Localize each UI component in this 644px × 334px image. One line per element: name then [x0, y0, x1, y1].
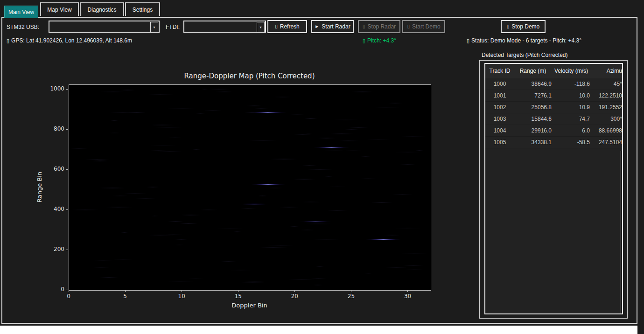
x-tick [69, 290, 69, 292]
noise-streak [204, 110, 222, 111]
noise-streak [304, 118, 317, 119]
noise-streak [255, 108, 268, 109]
noise-streak [267, 188, 283, 188]
noise-streak [270, 159, 297, 160]
target-row[interactable]: 100429916.06.088.66998 [485, 125, 622, 137]
noise-streak [109, 132, 120, 133]
detection-streak [314, 147, 350, 148]
noise-streak [182, 215, 200, 216]
x-tick-label: 20 [285, 293, 304, 299]
start-radar-button[interactable]: ► Start Radar [311, 20, 354, 33]
noise-streak [124, 193, 146, 194]
noise-streak [150, 150, 167, 151]
start-demo-button-label: Start Demo [412, 23, 441, 30]
stop-radar-button: ▯ Stop Radar [358, 20, 400, 33]
noise-streak [200, 209, 217, 210]
range-doppler-heatmap [69, 84, 431, 291]
noise-streak [392, 194, 413, 195]
y-tick [66, 290, 68, 290]
noise-streak [267, 245, 294, 246]
noise-streak [301, 230, 314, 230]
x-tick-label: 10 [172, 293, 191, 299]
target-cell: 1004 [486, 127, 513, 134]
radar-app-window: Main View Map View Diagnostics Settings … [0, 0, 644, 334]
noise-streak [360, 178, 376, 179]
refresh-button-label: Refresh [280, 23, 300, 30]
tab-map-view[interactable]: Map View [40, 2, 79, 16]
noise-streak [241, 208, 256, 209]
tab-settings-label: Settings [133, 7, 153, 13]
y-tick [66, 209, 68, 210]
noise-streak [249, 140, 277, 141]
detection-streak [249, 112, 287, 113]
targets-column-header: Track ID [486, 68, 513, 74]
target-row[interactable]: 100225056.810.9191.2552 [485, 102, 622, 113]
target-row[interactable]: 100038646.9-118.645° [485, 78, 622, 90]
target-cell: 6.0 [553, 127, 590, 134]
x-tick-label: 5 [116, 293, 134, 299]
noise-streak [318, 138, 336, 139]
x-axis-label: Doppler Bin [69, 302, 430, 309]
noise-streak [150, 145, 176, 146]
ftdi-label: FTDI: [166, 24, 180, 30]
tab-settings[interactable]: Settings [125, 2, 160, 16]
noise-streak [406, 269, 423, 270]
noise-streak [101, 91, 125, 92]
noise-streak [371, 202, 392, 203]
tab-diagnostics[interactable]: Diagnostics [80, 2, 124, 16]
target-cell: 1002 [486, 104, 513, 111]
target-cell: 1001 [486, 92, 513, 99]
noise-streak [325, 176, 333, 177]
ftdi-combobox[interactable]: ▼ [183, 21, 266, 33]
targets-column-header: Azimu [590, 68, 622, 74]
missing-glyph-icon: ▯ [7, 38, 9, 43]
detection-streak [366, 239, 401, 240]
x-tick [125, 290, 126, 292]
stm32-usb-combobox[interactable]: ▼ [49, 21, 160, 33]
noise-streak [290, 114, 304, 115]
target-cell: 25056.8 [514, 104, 552, 111]
noise-streak [306, 223, 331, 224]
noise-streak [93, 267, 109, 268]
tab-main-view[interactable]: Main View [4, 6, 38, 18]
target-row[interactable]: 10017276.110.0122.2510 [485, 90, 622, 102]
noise-streak [148, 94, 173, 95]
noise-streak [208, 89, 229, 90]
tab-diagnostics-label: Diagnostics [87, 7, 116, 13]
target-cell: 88.66998 [590, 127, 622, 134]
target-cell: 10.0 [553, 92, 590, 99]
detection-streak [239, 203, 270, 205]
target-cell: 29916.0 [514, 127, 552, 134]
noise-streak [100, 277, 118, 278]
target-cell: 10.9 [553, 104, 590, 111]
noise-streak [361, 156, 371, 157]
targets-table[interactable]: Track IDRange (m)Velocity (m/s)Azimu 100… [484, 63, 623, 314]
scrollbar[interactable] [621, 151, 621, 313]
y-tick-label: 0 [41, 286, 64, 292]
missing-glyph-icon: ▯ [363, 38, 365, 43]
chevron-down-icon[interactable]: ▼ [150, 22, 158, 32]
target-cell: 122.2510 [590, 92, 622, 99]
target-cell: -58.5 [553, 139, 590, 146]
noise-streak [151, 216, 158, 216]
x-tick-label: 25 [342, 293, 360, 299]
noise-streak [151, 125, 174, 125]
target-cell: 45° [590, 81, 622, 87]
target-row[interactable]: 100534338.1-58.5247.5104 [485, 137, 622, 148]
stop-demo-button[interactable]: ▯ Stop Demo [501, 20, 546, 33]
play-icon: ► [315, 24, 319, 29]
y-tick-label: 400 [41, 206, 64, 212]
noise-streak [301, 202, 321, 202]
noise-streak [308, 169, 332, 170]
noise-streak [384, 235, 400, 236]
y-axis-label: Range Bin [36, 172, 43, 202]
refresh-button[interactable]: ▯ Refresh [267, 20, 307, 33]
noise-streak [316, 266, 324, 267]
target-row[interactable]: 100315844.674.7300° [485, 113, 622, 125]
chevron-down-icon[interactable]: ▼ [257, 22, 265, 32]
noise-streak [135, 198, 155, 199]
noise-streak [114, 259, 132, 260]
stm32-usb-label: STM32 USB: [7, 24, 39, 30]
noise-streak [386, 267, 407, 268]
noise-streak [327, 210, 347, 211]
